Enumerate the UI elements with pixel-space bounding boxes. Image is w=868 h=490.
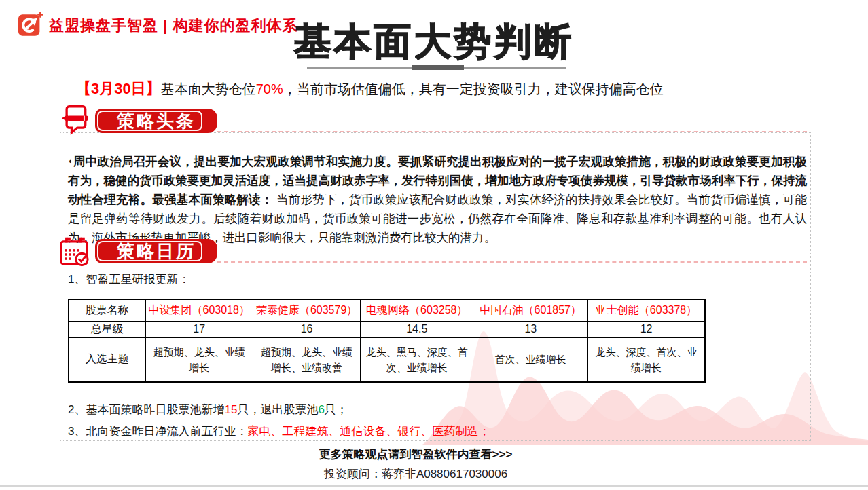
stock-cell: 电魂网络（603258） — [361, 299, 473, 321]
summary-pre: 基本面大势仓位 — [161, 81, 256, 96]
headline-section-badge: 策略头条 — [95, 109, 217, 133]
research-update-label: 1、智盈五星研报更新： — [68, 271, 189, 287]
pool-change-pre: 2、基本面策略昨日股票池新增 — [68, 403, 224, 416]
pool-removed-count: 6 — [318, 403, 324, 416]
stars-cell: 17 — [145, 321, 253, 337]
themes-cell: 龙头、深度、首次、业绩增长 — [588, 337, 705, 382]
document-pen-icon — [60, 103, 91, 137]
northbound-industries: 家电、工程建筑、通信设备、银行、医药制造； — [247, 425, 490, 438]
stock-pool-change-line: 2、基本面策略昨日股票池新增15只，退出股票池6只； — [68, 402, 348, 417]
paragraph-bullet: ◖ — [68, 157, 73, 165]
title-underline-accent — [412, 65, 464, 70]
daily-summary-line: 【3月30日】基本面大势仓位70%，当前市场估值偏低，具有一定投资吸引力，建议保… — [76, 79, 664, 99]
pool-change-mid: 只，退出股票池 — [237, 403, 318, 416]
calendar-dashed-rule — [217, 261, 807, 263]
title-wrap: 基本面大势判断 — [0, 23, 868, 60]
table-row-stock-names: 股票名称 中设集团（603018） 荣泰健康（603579） 电魂网络（6032… — [69, 299, 705, 321]
summary-date: 【3月30日】 — [76, 80, 161, 97]
table-row-themes: 入选主题 超预期、龙头、业绩增长 超预期、龙头、业绩增长、业绩改善 龙头、黑马、… — [69, 337, 705, 382]
row-header-stock-name: 股票名称 — [69, 299, 145, 321]
row-header-themes: 入选主题 — [69, 337, 145, 382]
stock-cell: 中国石油（601857） — [473, 299, 588, 321]
calendar-section-badge: 策略日历 — [95, 239, 217, 263]
stock-cell: 亚士创能（603378） — [588, 299, 705, 321]
themes-cell: 首次、业绩增长 — [473, 337, 588, 382]
stars-cell: 12 — [588, 321, 705, 337]
more-strategy-link[interactable]: 更多策略观点请到智盈软件内查看>>> — [0, 447, 831, 462]
table-row-star-rating: 总星级 17 16 14.5 13 12 — [69, 321, 705, 337]
stock-cell: 荣泰健康（603579） — [253, 299, 360, 321]
advisor-credential: 投资顾问：蒋弈非A0880617030006 — [0, 466, 831, 482]
bottom-divider — [0, 485, 868, 487]
stars-cell: 13 — [473, 321, 588, 337]
slide-root: 益盟操盘手智盈 | 构建你的盈利体系 基本面大势判断 【3月30日】基本面大势仓… — [0, 0, 868, 490]
themes-cell: 龙头、黑马、深度、首次、业绩增长 — [361, 337, 473, 382]
pool-added-count: 15 — [224, 403, 237, 416]
page-title: 基本面大势判断 — [294, 23, 575, 60]
headline-paragraph: ◖周中政治局召开会议，提出要加大宏观政策调节和实施力度。要抓紧研究提出积极应对的… — [68, 151, 807, 247]
summary-post: ，当前市场估值偏低，具有一定投资吸引力，建议保持偏高仓位 — [283, 81, 664, 96]
headline-analysis-label: 最强基本面策略解读： — [152, 193, 273, 206]
row-header-stars: 总星级 — [69, 321, 145, 337]
themes-cell: 超预期、龙头、业绩增长 — [145, 337, 253, 382]
calendar-check-icon — [59, 236, 90, 268]
summary-position-percent: 70% — [256, 81, 283, 96]
themes-cell: 超预期、龙头、业绩增长、业绩改善 — [253, 337, 360, 382]
stock-cell: 中设集团（603018） — [145, 299, 253, 321]
northbound-funds-line: 3、北向资金昨日净流入前五行业：家电、工程建筑、通信设备、银行、医药制造； — [68, 423, 490, 439]
pool-change-post: 只； — [325, 403, 348, 416]
stars-cell: 14.5 — [361, 321, 473, 337]
five-star-report-table: 股票名称 中设集团（603018） 荣泰健康（603579） 电魂网络（6032… — [68, 299, 706, 383]
stars-cell: 16 — [253, 321, 360, 337]
headline-dashed-rule — [217, 131, 807, 132]
northbound-pre: 3、北向资金昨日净流入前五行业： — [68, 425, 247, 438]
